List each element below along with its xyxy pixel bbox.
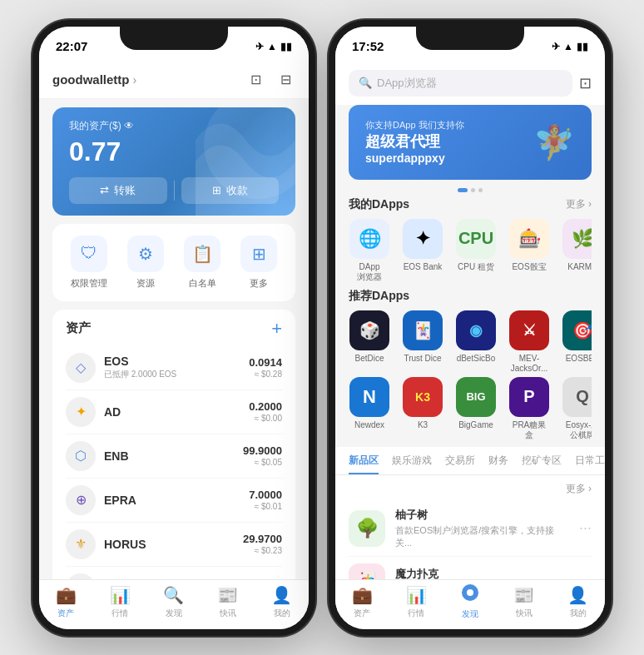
category-tabs: 新品区 娱乐游戏 交易所 财务 挖矿专区 日常工: [335, 447, 605, 475]
nav-news[interactable]: 📰 快讯: [201, 585, 255, 619]
dbetsicbo-app[interactable]: ◉ dBetSicBo: [455, 310, 497, 374]
eosbet-app[interactable]: 🎯 EOSBET: [562, 310, 592, 374]
tab-exchange[interactable]: 交易所: [445, 447, 475, 474]
eos-bank-icon: ✦: [403, 219, 443, 259]
list-icon: 📋: [184, 236, 220, 272]
asset-row-enb[interactable]: ⬡ ENB 99.9000 ≈ $0.05: [66, 434, 282, 479]
action-divider: [174, 181, 175, 201]
tab-daily[interactable]: 日常工: [575, 447, 605, 474]
nav2-wallet-icon: 💼: [352, 585, 373, 605]
nav2-discover-label: 发现: [462, 608, 478, 620]
mev-icon: ⚔: [509, 310, 549, 350]
phone2-search-bar: 🔍 DApp浏览器 ⊡: [335, 63, 605, 105]
asset-row-horus[interactable]: ⚜ HORUS 29.9700 ≈ $0.23: [66, 523, 282, 567]
profile-icon: 👤: [271, 585, 292, 605]
eos-amount: 0.0914 ≈ $0.28: [249, 356, 282, 379]
battery-icon: ▮▮: [280, 41, 292, 52]
horus-info: HORUS: [104, 538, 243, 551]
cpu-rent[interactable]: CPU CPU 租货: [455, 219, 497, 282]
mev-app[interactable]: ⚔ MEV-JacksOr...: [508, 310, 550, 374]
tab-finance[interactable]: 财务: [488, 447, 508, 474]
tab-entertainment[interactable]: 娱乐游戏: [392, 447, 432, 474]
scan-icon[interactable]: ⊡: [245, 70, 265, 90]
nav2-profile[interactable]: 👤 我的: [551, 585, 605, 619]
wallet-name[interactable]: goodwallettp: [52, 72, 130, 87]
wifi-icon-2: ▲: [563, 41, 573, 52]
k3-app[interactable]: K3 K3: [402, 377, 443, 440]
nav2-discover[interactable]: 发现: [443, 583, 498, 620]
nav-assets-label: 资产: [57, 608, 74, 619]
newdex-app[interactable]: N Newdex: [349, 377, 390, 440]
nav-profile[interactable]: 👤 我的: [255, 585, 309, 619]
newdex-icon: N: [349, 377, 389, 417]
promo-banner[interactable]: 你支持DApp 我们支持你 超级君代理 superdapppxy 🧚: [349, 105, 592, 180]
assets-header: 资产 +: [66, 320, 282, 338]
epra-icon: ⊕: [66, 485, 96, 515]
nav2-profile-icon: 👤: [567, 585, 588, 605]
cpu-rent-label: CPU 租货: [458, 262, 494, 272]
add-asset-button[interactable]: +: [271, 320, 282, 338]
quick-label-permissions: 权限管理: [71, 277, 107, 290]
transfer-button[interactable]: ⇄ 转账: [69, 177, 167, 204]
pra-app[interactable]: P PRA糖果盒: [508, 377, 550, 440]
asset-row-eos[interactable]: ◇ EOS 已抵押 2.0000 EOS 0.0914 ≈ $0.28: [66, 346, 282, 390]
layout-icon[interactable]: ⊟: [275, 70, 295, 90]
new-apps-more[interactable]: 更多 ›: [566, 482, 592, 496]
quick-label-more: 更多: [250, 277, 268, 290]
enb-name: ENB: [104, 449, 243, 463]
horus-usd: ≈ $0.23: [243, 546, 282, 555]
tab-new[interactable]: 新品区: [349, 447, 379, 474]
nav-discover[interactable]: 🔍 发现: [147, 585, 201, 619]
news-icon: 📰: [217, 585, 238, 605]
eosbet-icon: 🎯: [562, 310, 592, 350]
biggame-label: BigGame: [458, 420, 493, 430]
eosyx-app[interactable]: Q Eosyx-三公棋牌: [562, 377, 592, 440]
my-dapps-more[interactable]: 更多 ›: [566, 197, 592, 211]
nav-assets[interactable]: 💼 资产: [39, 585, 93, 619]
wallet-icon: 💼: [56, 585, 77, 605]
nav2-news[interactable]: 📰 快讯: [497, 585, 551, 619]
scan-icon-2[interactable]: ⊡: [579, 74, 592, 92]
eos-sicbo[interactable]: 🎰 EOS骰宝: [508, 219, 550, 282]
banner-sub-main: superdapppxy: [365, 151, 464, 165]
quick-item-more[interactable]: ⊞ 更多: [240, 236, 277, 290]
k3-label: K3: [418, 420, 428, 430]
epra-usd: ≈ $0.01: [249, 502, 282, 511]
trustdice-app[interactable]: 🃏 Trust Dice: [402, 310, 443, 374]
tab-mining[interactable]: 挖矿专区: [522, 447, 562, 474]
asset-row-epra[interactable]: ⊕ EPRA 7.0000 ≈ $0.01: [66, 479, 282, 523]
nav-market-label: 行情: [111, 608, 128, 619]
k3-icon: K3: [403, 377, 443, 417]
airplane-icon-2: ✈: [552, 41, 560, 52]
dapp-search-input[interactable]: 🔍 DApp浏览器: [349, 70, 572, 97]
quick-item-resources[interactable]: ⚙ 资源: [127, 236, 164, 290]
betdice-app[interactable]: 🎲 BetDice: [349, 310, 390, 374]
header-icons: ⊡ ⊟: [245, 70, 295, 90]
ad-info: AD: [104, 405, 249, 419]
asset-row-ad[interactable]: ✦ AD 0.2000 ≈ $0.00: [66, 390, 282, 434]
app-container: 22:07 ✈ ▲ ▮▮ goodwallettp › ⊡ ⊟: [16, 3, 628, 653]
ad-amount: 0.2000 ≈ $0.00: [249, 400, 282, 423]
chart-icon: 📊: [110, 585, 131, 605]
eos-value: 0.0914: [249, 356, 282, 369]
dapp-browser[interactable]: 🌐 DApp浏览器: [349, 219, 390, 282]
dot-1: [458, 188, 468, 192]
nav2-market[interactable]: 📊 行情: [389, 585, 443, 619]
karma-app[interactable]: 🌿 KARMA: [562, 219, 592, 282]
quick-item-whitelist[interactable]: 📋 白名单: [184, 236, 220, 290]
transfer-icon: ⇄: [100, 184, 109, 196]
eos-bank-label: EOS Bank: [404, 262, 443, 272]
wave-decoration: [196, 107, 295, 216]
shield-icon: 🛡: [71, 236, 107, 272]
banner-text: 你支持DApp 我们支持你 超级君代理 superdapppxy: [365, 119, 464, 165]
quick-item-permissions[interactable]: 🛡 权限管理: [71, 236, 107, 290]
new-app-yuzi[interactable]: 🌳 柚子树 首款EOS制户浏览器/搜索引擎，支持接关... ···: [349, 501, 592, 557]
nav-market[interactable]: 📊 行情: [93, 585, 147, 619]
epra-amount: 7.0000 ≈ $0.01: [249, 489, 282, 511]
nav2-assets[interactable]: 💼 资产: [335, 585, 389, 619]
phone2-notch: [416, 27, 524, 50]
biggame-app[interactable]: BIG BigGame: [455, 377, 497, 440]
eos-bank[interactable]: ✦ EOS Bank: [402, 219, 443, 282]
betdice-icon: 🎲: [349, 310, 389, 350]
karma-label: KARMA: [567, 262, 592, 272]
